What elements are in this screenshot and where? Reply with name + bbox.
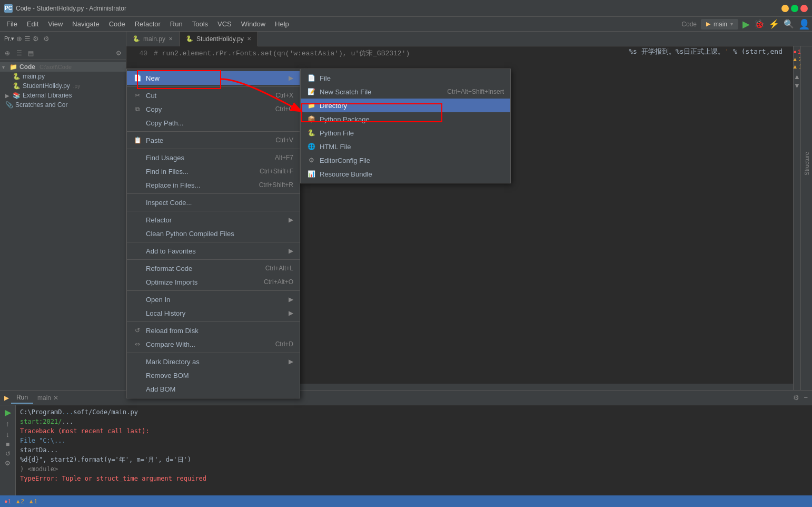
- tab-close-icon[interactable]: ✕: [169, 36, 173, 42]
- settings-icon[interactable]: ⚙: [33, 35, 39, 43]
- clean-label: Clean Python Compiled Files: [146, 230, 234, 238]
- favorites-label: Add to Favorites: [146, 247, 196, 255]
- gear-icon[interactable]: ⚙: [43, 35, 49, 43]
- context-menu-inspect[interactable]: Inspect Code...: [127, 196, 300, 209]
- tree-student-holidy-py[interactable]: 🐍 StudentHolidy.py .py: [0, 81, 126, 91]
- root-path: C:\soft\Code: [39, 64, 72, 70]
- submenu-python-file[interactable]: 🐍 Python File: [301, 126, 510, 140]
- context-menu-mark-dir[interactable]: Mark Directory as ▶: [127, 355, 300, 368]
- context-menu-find-files[interactable]: Find in Files... Ctrl+Shift+F: [127, 164, 300, 178]
- menu-edit[interactable]: Edit: [23, 18, 43, 30]
- tab-student-holidy-py[interactable]: 🐍 StudentHolidy.py ✕: [180, 32, 258, 46]
- run-rerun-button[interactable]: ↺: [5, 450, 11, 457]
- context-menu-compare[interactable]: ⇔ Compare With... Ctrl+D: [127, 337, 300, 351]
- context-menu-paste[interactable]: 📋 Paste Ctrl+V: [127, 133, 300, 147]
- close-button[interactable]: [800, 5, 808, 12]
- context-menu-local-history[interactable]: Local History ▶: [127, 306, 300, 320]
- context-menu-copy-path[interactable]: Copy Path...: [127, 116, 300, 130]
- context-menu-reformat[interactable]: Reformat Code Ctrl+Alt+L: [127, 261, 300, 275]
- compare-label: Compare With...: [146, 340, 195, 348]
- inspect-label: Inspect Code...: [146, 199, 192, 207]
- context-menu-favorites[interactable]: Add to Favorites ▶: [127, 244, 300, 258]
- debug-button[interactable]: 🐞: [754, 19, 765, 29]
- profile-button[interactable]: ⚡: [769, 19, 779, 29]
- run-tab[interactable]: Run: [11, 392, 33, 404]
- submenu-html-file[interactable]: 🌐 HTML File: [301, 140, 510, 153]
- favorites-arrow-icon: ▶: [289, 247, 293, 255]
- context-menu-optimize[interactable]: Optimize Imports Ctrl+Alt+O: [127, 275, 300, 289]
- scroll-up-icon[interactable]: ▲: [794, 73, 800, 81]
- replace-icon: [133, 181, 142, 189]
- error-indicators: ● 1: [793, 48, 800, 55]
- menu-vcs[interactable]: VCS: [213, 18, 236, 30]
- menu-refactor[interactable]: Refactor: [131, 18, 165, 30]
- run-config-selector[interactable]: ▶ main ▾: [701, 19, 738, 30]
- submenu-python-package[interactable]: 📦 Python Package: [301, 112, 510, 126]
- tree-main-py[interactable]: 🐍 main.py: [0, 72, 126, 81]
- submenu-scratch[interactable]: 📝 New Scratch File Ctrl+Alt+Shift+Insert: [301, 85, 510, 99]
- submenu-file[interactable]: 📄 File: [301, 71, 510, 85]
- menu-run[interactable]: Run: [166, 18, 187, 30]
- chevron-down-icon: ▾: [730, 21, 733, 27]
- context-menu-replace-files[interactable]: Replace in Files... Ctrl+Shift+R: [127, 178, 300, 192]
- menu-window[interactable]: Window: [237, 18, 270, 30]
- sync-icon[interactable]: ⊕: [16, 35, 22, 43]
- line-number: 40: [126, 48, 147, 59]
- run-settings-button[interactable]: ⚙: [5, 460, 11, 467]
- context-menu-refactor[interactable]: Refactor ▶: [127, 213, 300, 227]
- run-line-4: File "C:\...: [20, 436, 808, 445]
- status-error-icon: ●1: [4, 498, 11, 504]
- separator-1: [127, 86, 300, 87]
- find-usages-label: Find Usages: [146, 154, 184, 162]
- tree-external-libs[interactable]: ▶ 📚 External Libraries: [0, 91, 126, 100]
- run-up-button[interactable]: ↑: [6, 420, 9, 428]
- menu-file[interactable]: File: [2, 18, 22, 30]
- menu-navigate[interactable]: Navigate: [68, 18, 103, 30]
- sidebar-btn-2[interactable]: ☰: [14, 48, 24, 58]
- menu-help[interactable]: Help: [271, 18, 293, 30]
- submenu-directory[interactable]: 📁 Directory: [301, 99, 510, 112]
- tree-root[interactable]: ▾ 📁 Code C:\soft\Code: [0, 62, 126, 72]
- context-menu-add-bom[interactable]: Add BOM: [127, 382, 300, 396]
- run-stop-button[interactable]: ■: [6, 441, 9, 448]
- context-menu-find-usages[interactable]: Find Usages Alt+F7: [127, 151, 300, 164]
- tree-scratches[interactable]: 📎 Scratches and Cor: [0, 100, 126, 110]
- expand-icon: ▾: [2, 64, 7, 70]
- new-label: New: [146, 74, 160, 82]
- menu-code[interactable]: Code: [105, 18, 130, 30]
- paste-icon: 📋: [133, 136, 142, 144]
- run-button[interactable]: ▶: [742, 18, 750, 30]
- sidebar-btn-3[interactable]: ▤: [25, 48, 36, 58]
- py-file-icon-2: 🐍: [13, 82, 21, 90]
- menu-view[interactable]: View: [44, 18, 67, 30]
- py-file-icon: 🐍: [13, 73, 21, 80]
- context-menu-new[interactable]: 📄 New ▶: [127, 71, 300, 85]
- search-button[interactable]: 🔍: [784, 19, 794, 29]
- reformat-label: Reformat Code: [146, 265, 192, 272]
- run-down-button[interactable]: ↓: [6, 430, 9, 438]
- submenu-resource-bundle[interactable]: 📊 Resource Bundle: [301, 167, 510, 181]
- run-play-button[interactable]: ▶: [5, 407, 11, 417]
- minimize-button[interactable]: [781, 5, 789, 12]
- context-menu-cut[interactable]: ✂ Cut Ctrl+X: [127, 89, 300, 102]
- settings-btn[interactable]: ⚙: [793, 394, 799, 402]
- scroll-down-icon[interactable]: ▼: [794, 82, 800, 90]
- sidebar-btn-1[interactable]: ⊕: [2, 48, 13, 58]
- run-tab-close-icon[interactable]: ✕: [53, 394, 58, 402]
- minus-btn[interactable]: −: [804, 394, 808, 402]
- maximize-button[interactable]: [791, 5, 798, 12]
- context-menu-remove-bom[interactable]: Remove BOM: [127, 368, 300, 382]
- tab-main-py[interactable]: 🐍 main.py ✕: [126, 32, 180, 46]
- sidebar-settings-icon[interactable]: ⚙: [113, 48, 124, 58]
- menu-bar: File Edit View Navigate Code Refactor Ru…: [0, 17, 812, 32]
- project-sidebar: ⊕ ☰ ▤ ⚙ ▾ 📁 Code C:\soft\Code 🐍 main.py …: [0, 46, 126, 390]
- context-menu-open-in[interactable]: Open In ▶: [127, 292, 300, 306]
- submenu-editorconfig[interactable]: ⚙ EditorConfig File: [301, 153, 510, 167]
- context-menu-reload[interactable]: ↺ Reload from Disk: [127, 324, 300, 337]
- context-menu-copy[interactable]: ⧉ Copy Ctrl+C: [127, 102, 300, 116]
- tab-active-close-icon[interactable]: ✕: [247, 36, 251, 42]
- collapse-icon[interactable]: ☰: [24, 35, 31, 43]
- menu-tools[interactable]: Tools: [188, 18, 212, 30]
- run-config-tab-label: main: [37, 394, 51, 402]
- context-menu-clean[interactable]: Clean Python Compiled Files: [127, 227, 300, 240]
